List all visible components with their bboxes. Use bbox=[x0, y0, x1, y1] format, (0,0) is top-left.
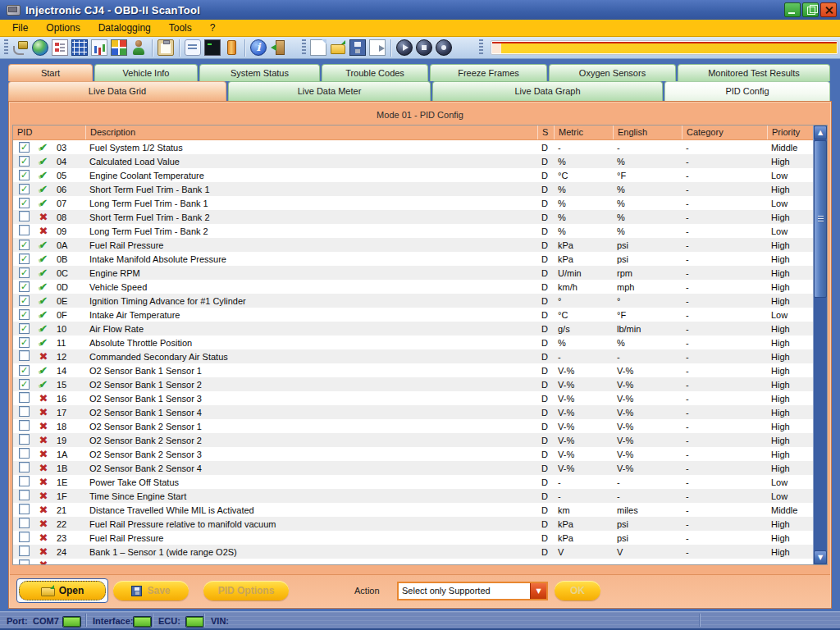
table-row[interactable]: ✖17O2 Sensor Bank 1 Sensor 4DV-%V-%-High bbox=[13, 405, 813, 419]
play-icon[interactable] bbox=[396, 39, 413, 56]
battery-icon[interactable] bbox=[227, 40, 236, 55]
menu-tools[interactable]: Tools bbox=[160, 20, 201, 36]
table-row[interactable]: ✖ bbox=[13, 559, 813, 564]
pid-checkbox[interactable] bbox=[19, 518, 30, 528]
table-row[interactable]: ✓✔06Short Term Fuel Trim - Bank 1D%%-Hig… bbox=[13, 182, 813, 196]
record-icon[interactable] bbox=[436, 39, 452, 56]
pid-checkbox[interactable]: ✓ bbox=[19, 337, 30, 348]
table-row[interactable]: ✖1AO2 Sensor Bank 2 Sensor 3DV-%V-%-High bbox=[13, 447, 813, 461]
tab-live-data-graph[interactable]: Live Data Graph bbox=[432, 81, 663, 101]
pid-checkbox[interactable] bbox=[19, 532, 30, 542]
menu-item[interactable]: ? bbox=[201, 20, 225, 36]
tab-live-data-meter[interactable]: Live Data Meter bbox=[228, 81, 431, 101]
column-header-category[interactable]: Category bbox=[682, 126, 767, 139]
menu-datalogging[interactable]: Datalogging bbox=[89, 20, 160, 36]
export-icon[interactable] bbox=[369, 39, 386, 56]
pid-checkbox[interactable]: ✓ bbox=[19, 309, 30, 320]
pid-checkbox[interactable] bbox=[19, 476, 30, 486]
info-icon[interactable] bbox=[250, 39, 267, 56]
grid-icon[interactable] bbox=[71, 39, 88, 56]
table-row[interactable]: ✓✔05Engine Coolant TemperatureD°C°F-Low bbox=[13, 168, 813, 182]
table-row[interactable]: ✖1BO2 Sensor Bank 2 Sensor 4DV-%V-%-High bbox=[13, 461, 813, 475]
menu-options[interactable]: Options bbox=[37, 20, 89, 36]
table-row[interactable]: ✖24Bank 1 – Sensor 1 (wide range O2S)DVV… bbox=[13, 545, 813, 559]
column-header-english[interactable]: English bbox=[613, 126, 682, 139]
dropdown-arrow-icon[interactable]: ▼ bbox=[530, 583, 546, 599]
door-icon[interactable] bbox=[270, 39, 286, 56]
pid-checkbox[interactable]: ✓ bbox=[19, 170, 30, 180]
table-row[interactable]: ✖1EPower Take Off StatusD---Low bbox=[13, 475, 813, 489]
table-row[interactable]: ✖12Commanded Secondary Air StatusD---Hig… bbox=[13, 349, 813, 363]
save-button[interactable]: Save bbox=[113, 581, 189, 600]
table-row[interactable]: ✓✔07Long Term Fuel Trim - Bank 1D%%-Low bbox=[13, 196, 813, 210]
column-header-s[interactable]: S bbox=[537, 126, 554, 139]
pid-checkbox[interactable] bbox=[19, 211, 30, 221]
table-row[interactable]: ✓✔0BIntake Manifold Absolute PressureDkP… bbox=[13, 252, 813, 266]
chat-icon[interactable] bbox=[185, 39, 201, 56]
tab-monitored-test-results[interactable]: Monitored Test Results bbox=[678, 64, 830, 81]
scroll-up-icon[interactable]: ▲ bbox=[814, 126, 827, 139]
table-row[interactable]: ✓✔0CEngine RPMDU/minrpm-High bbox=[13, 266, 813, 280]
table-row[interactable]: ✓✔0EIgnition Timing Advance for #1 Cylin… bbox=[13, 294, 813, 308]
pid-checkbox[interactable]: ✓ bbox=[19, 142, 30, 153]
pid-checkbox[interactable]: ✓ bbox=[19, 267, 30, 278]
table-row[interactable]: ✓✔03Fuel System 1/2 StatusD---Middle bbox=[13, 140, 813, 154]
table-row[interactable]: ✖19O2 Sensor Bank 2 Sensor 2DV-%V-%-High bbox=[13, 433, 813, 447]
action-select[interactable]: Select only Supported ▼ bbox=[397, 582, 548, 600]
tab-pid-config[interactable]: PID Config bbox=[664, 81, 830, 101]
pid-checkbox[interactable] bbox=[19, 225, 30, 235]
table-row[interactable]: ✓✔0AFuel Rail PressureDkPapsi-High bbox=[13, 238, 813, 252]
pid-checkbox[interactable] bbox=[19, 462, 30, 472]
table-row[interactable]: ✓✔0DVehicle SpeedDkm/hmph-High bbox=[13, 280, 813, 294]
pid-checkbox[interactable] bbox=[19, 434, 30, 445]
table-row[interactable]: ✖16O2 Sensor Bank 1 Sensor 3DV-%V-%-High bbox=[13, 391, 813, 405]
scroll-down-icon[interactable]: ▼ bbox=[814, 550, 827, 564]
tab-system-status[interactable]: System Status bbox=[199, 64, 320, 81]
pid-checkbox[interactable] bbox=[19, 420, 30, 431]
tab-freeze-frames[interactable]: Freeze Frames bbox=[430, 64, 547, 81]
minimize-button[interactable] bbox=[784, 2, 801, 17]
table-row[interactable]: ✖09Long Term Fuel Trim - Bank 2D%%-Low bbox=[13, 224, 813, 238]
table-row[interactable]: ✓✔04Calculated Load ValueD%%-High bbox=[13, 154, 813, 168]
menu-file[interactable]: File bbox=[3, 20, 37, 36]
pid-checkbox[interactable]: ✓ bbox=[19, 156, 30, 167]
stop-icon[interactable] bbox=[416, 39, 432, 56]
table-row[interactable]: ✖22Fuel Rail Pressure relative to manifo… bbox=[13, 517, 813, 531]
pid-options-button[interactable]: PID Options bbox=[203, 581, 289, 600]
tab-start[interactable]: Start bbox=[8, 64, 93, 81]
pid-checkbox[interactable] bbox=[19, 490, 30, 500]
pid-checkbox[interactable] bbox=[19, 559, 30, 565]
open-folder-icon[interactable] bbox=[330, 39, 346, 56]
ok-button[interactable]: OK bbox=[555, 581, 600, 600]
column-header-description[interactable]: Description bbox=[85, 126, 537, 139]
column-header-priority[interactable]: Priority bbox=[767, 126, 813, 139]
vertical-scrollbar[interactable]: ▲ ▼ bbox=[813, 126, 827, 564]
maximize-button[interactable] bbox=[802, 2, 819, 17]
pid-checkbox[interactable] bbox=[19, 448, 30, 459]
pid-checkbox[interactable]: ✓ bbox=[19, 281, 30, 292]
pid-checkbox[interactable]: ✓ bbox=[19, 184, 30, 194]
table-row[interactable]: ✓✔0FIntake Air TemperatureD°C°F-Low bbox=[13, 308, 813, 322]
table-row[interactable]: ✓✔11Absolute Throttle PositionD%%-High bbox=[13, 336, 813, 349]
table-row[interactable]: ✖1FTime Since Engine StartD---Low bbox=[13, 489, 813, 503]
table-row[interactable]: ✓✔10Air Flow RateDg/slb/min-High bbox=[13, 322, 813, 336]
pid-checkbox[interactable] bbox=[19, 546, 30, 556]
close-button[interactable] bbox=[820, 2, 837, 17]
table-row[interactable]: ✓✔14O2 Sensor Bank 1 Sensor 1DV-%V-%-Hig… bbox=[13, 363, 813, 377]
scroll-thumb[interactable] bbox=[814, 140, 827, 298]
user-icon[interactable] bbox=[130, 39, 147, 56]
terminal-icon[interactable] bbox=[204, 39, 221, 56]
table-row[interactable]: ✖21Distance Travelled While MIL is Activ… bbox=[13, 503, 813, 517]
tab-oxygen-sensors[interactable]: Oxygen Sensors bbox=[549, 64, 676, 81]
table-row[interactable]: ✓✔15O2 Sensor Bank 1 Sensor 2DV-%V-%-Hig… bbox=[13, 377, 813, 391]
pid-checkbox[interactable] bbox=[19, 504, 30, 514]
globe-icon[interactable] bbox=[32, 39, 48, 56]
table-row[interactable]: ✖18O2 Sensor Bank 2 Sensor 1DV-%V-%-High bbox=[13, 419, 813, 433]
pid-checkbox[interactable]: ✓ bbox=[19, 253, 30, 264]
pid-checkbox[interactable]: ✓ bbox=[19, 379, 30, 390]
column-header-pid[interactable]: PID bbox=[13, 126, 85, 139]
save-disk-icon[interactable] bbox=[349, 39, 366, 56]
pid-checkbox[interactable]: ✓ bbox=[19, 323, 30, 334]
pid-checkbox[interactable]: ✓ bbox=[19, 240, 30, 250]
windows-icon[interactable] bbox=[111, 39, 127, 56]
